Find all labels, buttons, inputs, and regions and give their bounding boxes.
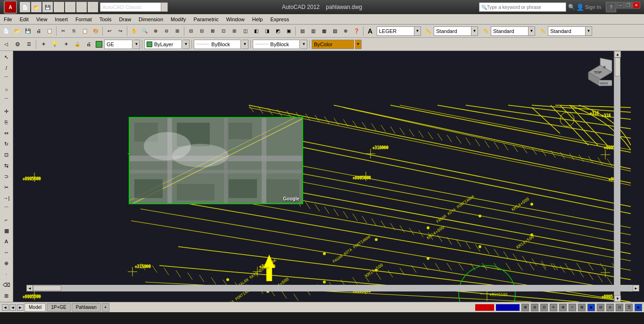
tb-b4[interactable]: ⊡ bbox=[218, 26, 229, 36]
lt-pedit[interactable]: ⊞ bbox=[1, 291, 12, 301]
tb-text-icon[interactable]: A bbox=[365, 26, 375, 36]
menu-format[interactable]: Format bbox=[72, 16, 96, 23]
tb-new[interactable]: 📄 bbox=[1, 26, 11, 36]
tb-matchprop[interactable]: 🎨 bbox=[91, 26, 101, 36]
print-btn[interactable]: 🖨 bbox=[54, 2, 64, 12]
menu-insert[interactable]: Insert bbox=[51, 16, 72, 23]
dim-style-dropdown3[interactable]: Standard bbox=[548, 26, 586, 36]
status-icon-9[interactable]: ⊟ bbox=[597, 304, 604, 311]
lt-trim[interactable]: ✂ bbox=[1, 182, 12, 192]
lt-stretch[interactable]: ⇔ bbox=[1, 128, 12, 138]
new-btn[interactable]: 📄 bbox=[20, 2, 30, 12]
menu-tools[interactable]: Tools bbox=[96, 16, 116, 23]
tb-layer-icon[interactable]: ⚙ bbox=[12, 39, 23, 50]
tb-b3[interactable]: ⊠ bbox=[207, 26, 218, 36]
tab-model[interactable]: Model bbox=[25, 303, 46, 312]
plot-btn[interactable]: ▣ bbox=[65, 2, 75, 12]
lt-move[interactable]: ✛ bbox=[1, 106, 12, 116]
menu-express[interactable]: Express bbox=[266, 16, 293, 23]
tb-paste[interactable]: 📋 bbox=[80, 26, 90, 36]
menu-parametric[interactable]: Parametric bbox=[190, 16, 222, 23]
lt-extend[interactable]: →| bbox=[1, 193, 12, 203]
status-icon-1[interactable]: ⊞ bbox=[521, 304, 529, 311]
tab-next-btn[interactable]: ► bbox=[17, 304, 24, 311]
status-icon-11[interactable]: ⊡ bbox=[616, 304, 623, 311]
tb-dim-icon3[interactable]: 📏 bbox=[537, 26, 548, 36]
lt-chamfer[interactable]: ⌐ bbox=[1, 215, 12, 225]
tb-b5[interactable]: ⊞ bbox=[229, 26, 239, 36]
tb-layer-state[interactable]: ☰ bbox=[24, 39, 34, 50]
lt-scale[interactable]: ⊡ bbox=[1, 150, 12, 160]
minimize-btn[interactable]: ─ bbox=[617, 2, 624, 8]
tb-b7[interactable]: ◧ bbox=[251, 26, 261, 36]
status-icon-7[interactable]: ⊞ bbox=[578, 304, 586, 311]
workspace-selector[interactable]: AutoCAD Classic bbox=[100, 2, 161, 12]
lt-hatch[interactable]: ▦ bbox=[1, 225, 12, 236]
dim-style-arrow3[interactable]: ▼ bbox=[586, 26, 592, 36]
search-submit-icon[interactable]: 🔍 bbox=[568, 4, 575, 10]
tb-b1[interactable]: ⊟ bbox=[186, 26, 196, 36]
color-dropdown-arrow[interactable]: ▼ bbox=[183, 40, 190, 49]
lineweight-dropdown-arrow[interactable]: ▼ bbox=[301, 40, 307, 49]
tb-dim-icon1[interactable]: 📐 bbox=[423, 26, 434, 36]
status-icon-4[interactable]: ≡ bbox=[550, 304, 557, 311]
tb-bulb-icon[interactable]: 💡 bbox=[50, 39, 60, 50]
lt-insert[interactable]: ⊕ bbox=[1, 258, 12, 268]
menu-dimension[interactable]: Dimension bbox=[135, 16, 167, 23]
tb-b13[interactable]: ▦ bbox=[319, 26, 329, 36]
tab-1pge[interactable]: 1P+GE bbox=[47, 303, 71, 312]
viewcube[interactable]: TOP E WAS bbox=[584, 56, 617, 89]
save-btn[interactable]: 💾 bbox=[42, 2, 53, 12]
tb-dim-icon2[interactable]: 📏 bbox=[480, 26, 491, 36]
hscroll-thumb[interactable] bbox=[33, 285, 61, 291]
layer-dropdown-arrow[interactable]: ▼ bbox=[133, 40, 140, 49]
lt-circle[interactable]: ○ bbox=[1, 84, 12, 95]
plotstyle-dropdown[interactable]: ByColor bbox=[312, 40, 354, 49]
linetype-dropdown-arrow[interactable]: ▼ bbox=[242, 40, 248, 49]
tb-b16[interactable]: ❓ bbox=[351, 26, 362, 36]
dim-style-arrow1[interactable]: ▼ bbox=[471, 26, 478, 36]
status-icon-5[interactable]: ⊕ bbox=[559, 304, 567, 311]
tb-b15[interactable]: ⊕ bbox=[340, 26, 351, 36]
tb-b11[interactable]: ▤ bbox=[297, 26, 307, 36]
tb-b12[interactable]: ▥ bbox=[308, 26, 318, 36]
tb-zoom-in[interactable]: ⊕ bbox=[150, 26, 161, 36]
layer-dropdown[interactable]: GE bbox=[104, 40, 132, 49]
close-btn[interactable]: ✕ bbox=[633, 2, 640, 8]
tb-b14[interactable]: ▧ bbox=[330, 26, 340, 36]
status-icon-6[interactable]: ≈ bbox=[569, 304, 576, 311]
lt-fillet[interactable]: ⌒ bbox=[1, 204, 12, 214]
tab-add-btn[interactable]: + bbox=[102, 303, 109, 312]
scroll-down-btn[interactable]: ▼ bbox=[614, 295, 621, 302]
tb-zoom-all[interactable]: ⊞ bbox=[172, 26, 182, 36]
lt-polyline[interactable]: ⌒ bbox=[1, 74, 12, 84]
lt-arc[interactable]: ⌒ bbox=[1, 95, 12, 106]
tab-prev2-btn[interactable]: ◄ bbox=[9, 304, 16, 311]
linetype-dropdown[interactable]: ───── ByBlock bbox=[194, 40, 241, 49]
status-icon-3[interactable]: ⊡ bbox=[540, 304, 548, 311]
lineweight-dropdown[interactable]: ───── ByBlock bbox=[253, 40, 300, 49]
menu-file[interactable]: File bbox=[0, 16, 16, 23]
status-icon-10[interactable]: A bbox=[606, 304, 614, 311]
tb-cut[interactable]: ✂ bbox=[58, 26, 68, 36]
text-style-arrow[interactable]: ▼ bbox=[414, 26, 421, 36]
lt-copy2[interactable]: ⎘ bbox=[1, 117, 12, 127]
tb-b8[interactable]: ◨ bbox=[262, 26, 272, 36]
drawing-canvas[interactable]: [-] [Top] [2D Wireframe] bbox=[13, 51, 631, 302]
tb-sun2-icon[interactable]: ☀ bbox=[61, 39, 71, 50]
hscroll-track[interactable] bbox=[33, 285, 633, 291]
text-style-dropdown[interactable]: LEGER bbox=[377, 26, 414, 36]
workspace-dropdown-arrow[interactable]: ▼ bbox=[161, 2, 168, 12]
lt-point[interactable]: · bbox=[1, 269, 12, 279]
tb-lock-icon[interactable]: 🔒 bbox=[72, 39, 83, 50]
signin-label[interactable]: Sign In bbox=[585, 4, 601, 10]
tb-b2[interactable]: ⊟ bbox=[197, 26, 207, 36]
tb-zoom-window[interactable]: 🔍 bbox=[140, 26, 150, 36]
redo-btn[interactable]: ↪ bbox=[88, 2, 98, 12]
dim-style-dropdown2[interactable]: Standard bbox=[491, 26, 528, 36]
lt-rotate[interactable]: ↻ bbox=[1, 139, 12, 149]
scroll-thumb[interactable] bbox=[615, 58, 620, 76]
help-btn[interactable]: ? bbox=[606, 2, 616, 12]
menu-draw[interactable]: Draw bbox=[115, 16, 135, 23]
tb-copy[interactable]: ⎘ bbox=[69, 26, 79, 36]
